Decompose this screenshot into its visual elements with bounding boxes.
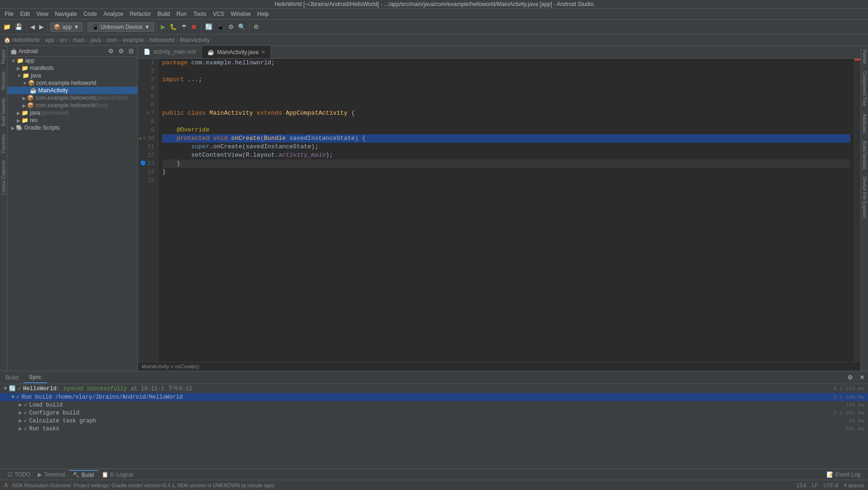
tree-item-res[interactable]: ▶ 📁 res [7, 117, 137, 124]
coverage-button[interactable]: ☂ [180, 22, 188, 31]
module-selector[interactable]: 📦 app ▼ [50, 22, 82, 32]
menu-file[interactable]: File [2, 10, 16, 18]
menu-window[interactable]: Window [228, 10, 253, 18]
code-content[interactable]: package com.example.helloworld; import .… [158, 59, 854, 362]
avd-manager-btn[interactable]: 📱 [215, 22, 226, 31]
tree-item-java-generated[interactable]: ▶ 📁 java (generated) [7, 109, 137, 117]
tab-activity-main-xml[interactable]: 📄 activity_main.xml [138, 46, 202, 58]
breadcrumb-mainactivity[interactable]: MainActivity [180, 37, 210, 43]
menu-run[interactable]: Run [174, 10, 190, 18]
breadcrumb-com[interactable]: com [107, 37, 117, 43]
device-file-explorer-btn[interactable]: Device File Explorer [861, 173, 868, 222]
build-row-run-build[interactable]: ▼ ✔ Run build /home/vlary/Jbrains/Androi… [0, 393, 868, 401]
window-title: HelloWorld [~/Jbrains/Android/HelloWorld… [274, 1, 594, 7]
component-tree-btn[interactable]: Component Tree [861, 68, 868, 110]
build-bottom-tab[interactable]: 🔨 Build [69, 470, 98, 479]
tree-item-androidtest[interactable]: ▶ 📦 com.example.helloworld (androidTest) [7, 94, 137, 102]
toolbar-back-btn[interactable]: ◀ [29, 22, 36, 31]
tree-settings-btn[interactable]: ⚙ [117, 48, 125, 55]
cursor-position[interactable]: 13:6 [797, 483, 806, 488]
build-row-run-tasks[interactable]: ▶ ✔ Run tasks 666 ms [0, 425, 868, 433]
menu-navigate[interactable]: Navigate [52, 10, 80, 18]
menu-vcs[interactable]: VCS [210, 10, 227, 18]
device-selector[interactable]: 📱 Unknown Device ▼ [88, 22, 154, 32]
gutter-line-14: 14 [138, 168, 158, 176]
tree-item-java[interactable]: ▼ 📁 java [7, 72, 137, 79]
line-separator[interactable]: LF [812, 483, 818, 488]
module-icon: 📦 [54, 24, 61, 30]
build-row-configure[interactable]: ▶ ✔ Configure build 2 s 355 ms [0, 409, 868, 417]
sync-project-btn[interactable]: 🔄 [204, 22, 214, 31]
menu-refactor[interactable]: Refactor [127, 10, 154, 18]
build-variants-right-btn[interactable]: Build Variants [861, 137, 868, 173]
build-row-task-graph[interactable]: ▶ ✔ Calculate task graph 44 ms [0, 417, 868, 425]
captures-panel-btn[interactable]: Layout Captures [0, 157, 7, 198]
sdk-manager-btn[interactable]: ⚙ [227, 22, 235, 31]
tab-close-btn[interactable]: ✕ [261, 49, 265, 55]
menu-tools[interactable]: Tools [191, 10, 209, 18]
settings-btn[interactable]: ⚙ [252, 22, 260, 31]
tree-item-gradle[interactable]: ▶ 🐘 Gradle Scripts [7, 124, 137, 131]
build-settings-btn[interactable]: ⚙ [846, 373, 854, 382]
event-log-tab[interactable]: 📝 Event Log [823, 470, 864, 479]
tree-item-mainactivity[interactable]: ☕ MainActivity [7, 87, 137, 94]
breadcrumb-helloworld-pkg[interactable]: helloworld [150, 37, 175, 43]
project-panel-btn[interactable]: Project [0, 46, 7, 68]
gutter-line-2: 2 [138, 67, 158, 76]
search-everywhere-btn[interactable]: 🔍 [237, 22, 247, 31]
breadcrumb-example[interactable]: example [123, 37, 144, 43]
menu-edit[interactable]: Edit [17, 10, 33, 18]
menu-analyze[interactable]: Analyze [101, 10, 126, 18]
tree-item-com-example[interactable]: ▼ 📦 com.example.helloworld [7, 79, 137, 87]
breadcrumb-java[interactable]: java [91, 37, 101, 43]
tree-sync-btn[interactable]: ⚙ [107, 48, 115, 55]
menu-build[interactable]: Build [155, 10, 173, 18]
build-row-sync-success[interactable]: ▼ 🔄 ✔ HelloWorld: synced successfully at… [0, 384, 868, 393]
tree-collapse-btn[interactable]: ⊟ [128, 48, 135, 55]
build-sync-tab[interactable]: Sync [23, 372, 47, 383]
build-row-load[interactable]: ▶ ✔ Load build 159 ms [0, 401, 868, 409]
debug-button[interactable]: 🐛 [168, 22, 178, 31]
breadcrumb-src[interactable]: src [60, 37, 68, 43]
build-variants-left-btn[interactable]: Build Variants [0, 94, 7, 130]
logcat-tab[interactable]: 📋 6: Logcat [98, 470, 137, 479]
favorites-panel-btn[interactable]: Favorites [0, 130, 7, 157]
package-icon: 📦 [28, 80, 35, 86]
menu-code[interactable]: Code [81, 10, 100, 18]
code-line-8 [162, 117, 850, 126]
line-num-8: 8 [151, 117, 154, 126]
breadcrumb-app[interactable]: app [45, 37, 54, 43]
todo-tab[interactable]: ☑ TODO [4, 470, 34, 479]
logcat-icon: 📋 [102, 471, 109, 478]
toolbar-open-btn[interactable]: 📁 [2, 22, 12, 31]
build-header-right: ⚙ ✕ [846, 373, 866, 382]
breadcrumb-project[interactable]: 🏠 HelloWorld [4, 37, 39, 43]
tab-mainactivity-java[interactable]: ☕ MainActivity.java ✕ [202, 46, 271, 58]
tree-item-app[interactable]: ▼ 📁 app [7, 57, 137, 64]
code-editor: 1 2 3 4 5 6 ⊟ 7 [138, 59, 861, 362]
toolbar-forward-btn[interactable]: ▶ [38, 22, 45, 31]
tree-label-java-gen-suffix: (generated) [40, 110, 69, 116]
indent-info[interactable]: 4 spaces [844, 483, 864, 488]
structure-panel-btn[interactable]: Structure [0, 68, 7, 94]
menu-view[interactable]: View [34, 10, 51, 18]
toolbar-separator-2 [48, 22, 48, 32]
run-button[interactable]: ▶ [159, 22, 167, 31]
palette-panel-btn[interactable]: Palette [861, 46, 868, 68]
breadcrumb-main[interactable]: main [73, 37, 85, 43]
encoding[interactable]: UTF-8 [824, 483, 838, 488]
gutter-line-15: 15 [138, 176, 158, 185]
stop-button[interactable]: ⏹ [190, 22, 198, 31]
menu-help[interactable]: Help [254, 10, 272, 18]
terminal-label: Terminal [44, 471, 65, 478]
toolbar-save-btn[interactable]: 💾 [14, 22, 24, 31]
gutter-line-8: 8 [138, 117, 158, 126]
tree-item-test[interactable]: ▶ 📦 com.example.helloworld (test) [7, 102, 137, 109]
attributes-panel-btn[interactable]: Attributes [861, 110, 868, 137]
terminal-tab[interactable]: ▶ Terminal [34, 470, 68, 479]
line-num-13: 13 [148, 159, 154, 168]
tree-item-manifests[interactable]: ▶ 📁 manifests [7, 64, 137, 72]
tree-arrow-app: ▼ [11, 58, 16, 63]
status-warning-icon: ⚠ [4, 482, 8, 488]
build-close-btn[interactable]: ✕ [858, 373, 866, 382]
